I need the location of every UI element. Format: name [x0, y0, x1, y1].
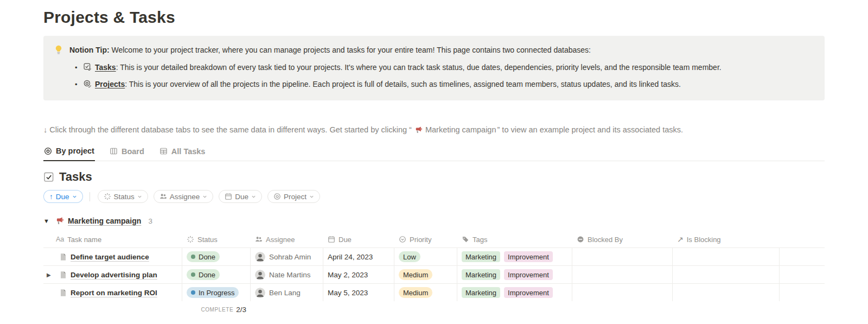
chevron-down-icon	[309, 194, 314, 199]
status-cell[interactable]: Done	[182, 248, 251, 265]
notion-tip-callout: Notion Tip: Welcome to your project trac…	[43, 36, 825, 100]
filter-chip-due[interactable]: Due	[219, 190, 262, 203]
priority-cell[interactable]: Low	[394, 248, 457, 265]
board-icon	[110, 147, 118, 155]
filter-chip-assignee[interactable]: Assignee	[154, 190, 214, 203]
status-pill: In Progress	[187, 287, 239, 298]
task-name-cell[interactable]: ▶ Develop advertising plan	[43, 266, 182, 283]
chevron-down-icon	[251, 194, 256, 199]
text-type-icon: Aa	[56, 236, 64, 243]
notion-page: Projects & Tasks Notion Tip: Welcome to …	[0, 0, 868, 324]
filter-toolbar: ↑ Due Status Assignee Due	[43, 190, 825, 203]
status-spinner-icon	[104, 193, 111, 200]
tags-cell[interactable]: MarketingImprovement	[457, 266, 572, 283]
status-cell[interactable]: Done	[182, 266, 251, 283]
column-header-due[interactable]: Due	[323, 231, 394, 247]
filter-chip-project[interactable]: Project	[267, 190, 320, 203]
blocked-by-cell[interactable]	[572, 284, 673, 301]
tasks-db-link[interactable]: Tasks	[95, 63, 116, 72]
priority-pill: Medium	[399, 269, 432, 280]
priority-select-icon	[399, 236, 406, 243]
target-icon	[273, 193, 281, 200]
row-expand-toggle[interactable]: ▶	[47, 272, 56, 278]
status-dot-icon	[191, 272, 195, 277]
status-dot-icon	[191, 290, 195, 295]
section-title: Tasks	[59, 170, 92, 184]
page-title: Projects & Tasks	[43, 0, 825, 27]
tag-pill: Marketing	[462, 269, 500, 280]
filter-chip-status[interactable]: Status	[98, 190, 148, 203]
task-name-cell[interactable]: Define target audience	[43, 248, 182, 265]
column-header-extra[interactable]	[780, 231, 819, 247]
column-header-status[interactable]: Status	[182, 231, 251, 247]
group-count: 3	[148, 217, 152, 225]
priority-cell[interactable]: Medium	[394, 266, 457, 283]
priority-cell[interactable]: Medium	[394, 284, 457, 301]
due-cell[interactable]: May 5, 2023	[323, 284, 394, 301]
column-header-is-blocking[interactable]: ↗Is Blocking	[673, 231, 780, 247]
projects-db-link[interactable]: Projects	[95, 80, 125, 88]
tip-bullet-projects: • Projects: This is your overview of all…	[75, 79, 816, 91]
blocked-by-cell[interactable]	[572, 248, 673, 265]
priority-pill: Medium	[399, 287, 432, 298]
task-name-cell[interactable]: Report on marketing ROI	[43, 284, 182, 301]
status-cell[interactable]: In Progress	[182, 284, 251, 301]
people-icon	[159, 193, 167, 200]
calendar-icon	[328, 236, 335, 243]
collapse-triangle-icon[interactable]: ▼	[43, 218, 55, 224]
assignee-cell[interactable]: Sohrab Amin	[251, 248, 323, 265]
extra-cell[interactable]	[780, 248, 819, 265]
page-icon	[59, 289, 67, 297]
due-cell[interactable]: April 24, 2023	[323, 248, 394, 265]
page-icon	[59, 253, 67, 261]
column-header-blocked-by[interactable]: Blocked By	[572, 231, 673, 247]
is-blocking-cell[interactable]	[673, 248, 780, 265]
tab-by-project[interactable]: By project	[43, 144, 95, 161]
assignee-cell[interactable]: Nate Martins	[251, 266, 323, 283]
tab-all-tasks[interactable]: All Tasks	[159, 144, 206, 161]
complete-count-calc[interactable]: COMPLETE 2/3	[182, 301, 251, 317]
tab-board[interactable]: Board	[109, 144, 145, 161]
tags-cell[interactable]: MarketingImprovement	[457, 248, 572, 265]
due-cell[interactable]: May 2, 2023	[323, 266, 394, 283]
table-row: Report on marketing ROI In Progress Ben …	[43, 283, 825, 301]
tag-pill: Improvement	[504, 287, 553, 298]
checkbox-icon	[43, 171, 54, 182]
tags-cell[interactable]: MarketingImprovement	[457, 284, 572, 301]
tag-pill: Improvement	[504, 269, 553, 280]
tag-pill: Marketing	[462, 251, 500, 262]
group-title-link[interactable]: Marketing campaign	[68, 217, 141, 225]
priority-pill: Low	[399, 251, 420, 262]
tip-text: Notion Tip: Welcome to your project trac…	[69, 45, 591, 56]
table-icon	[159, 147, 168, 155]
table-header-row: AaTask name Status Assignee Due Priority…	[43, 231, 825, 247]
arrow-up-icon: ↑	[49, 193, 53, 201]
assignee-cell[interactable]: Ben Lang	[251, 284, 323, 301]
task-title-link[interactable]: Report on marketing ROI	[71, 289, 157, 297]
sort-chip-due[interactable]: ↑ Due	[43, 190, 83, 203]
lightbulb-icon	[53, 45, 64, 55]
people-icon	[255, 236, 263, 243]
column-header-priority[interactable]: Priority	[394, 231, 457, 247]
extra-cell[interactable]	[780, 266, 819, 283]
extra-cell[interactable]	[780, 284, 819, 301]
status-spinner-icon	[187, 236, 194, 243]
tip-bullet-tasks: • Tasks: This is your detailed breakdown…	[75, 62, 816, 74]
megaphone-icon	[414, 126, 423, 134]
table-footer: COMPLETE 2/3	[43, 301, 825, 317]
column-header-tags[interactable]: Tags	[457, 231, 572, 247]
chevron-down-icon	[202, 194, 207, 199]
is-blocking-cell[interactable]	[673, 284, 780, 301]
is-blocking-cell[interactable]	[673, 266, 780, 283]
toolbar-divider	[90, 192, 90, 201]
column-header-task-name[interactable]: AaTask name	[43, 231, 182, 247]
column-header-assignee[interactable]: Assignee	[251, 231, 323, 247]
database-view-tabs: By project Board All Tasks	[43, 144, 825, 161]
task-title-link[interactable]: Develop advertising plan	[71, 271, 157, 279]
blocked-by-cell[interactable]	[572, 266, 673, 283]
task-title-link[interactable]: Define target audience	[71, 253, 149, 261]
avatar	[255, 270, 265, 280]
tag-pill: Marketing	[462, 287, 500, 298]
megaphone-icon	[55, 217, 64, 225]
status-dot-icon	[191, 255, 195, 259]
